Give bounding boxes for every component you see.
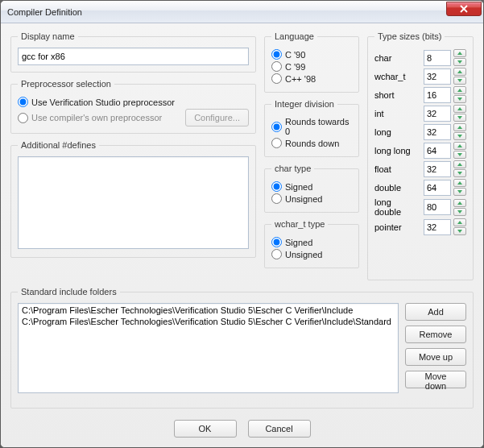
chartype-unsigned-radio[interactable] [271,193,282,204]
type-size-up-pointer[interactable] [453,218,466,226]
type-size-input-long[interactable] [424,124,451,140]
type-size-input-pointer[interactable] [424,219,451,235]
type-size-input-int[interactable] [424,106,451,122]
type-size-label-long_long: long long [374,146,419,156]
type-size-spinner-long [424,123,466,140]
type-size-label-char: char [374,53,419,63]
type-size-up-short[interactable] [453,86,466,94]
preprocessor-group: Preprocessor selection Use Verification … [10,79,256,134]
dialog-body: Display name Preprocessor selection Use … [1,23,483,447]
type-size-input-wchar_t[interactable] [424,68,451,85]
compiler-definition-dialog: Compiler Definition Display name Preproc… [0,0,484,448]
move-down-button[interactable]: Move down [405,371,466,388]
lang-c99-label: C '99 [285,62,305,72]
chartype-signed-label: Signed [285,182,312,192]
type-size-spinner-float [424,160,466,177]
type-size-up-long[interactable] [453,123,466,131]
wchartype-signed-label: Signed [285,238,312,247]
type-size-label-pointer: pointer [374,222,419,232]
type-size-up-char[interactable] [453,49,466,57]
include-folders-list[interactable]: C:\Program Files\Escher Technologies\Ver… [18,303,399,393]
type-size-spinner-int [424,105,466,122]
pp-own-label: Use compiler's own preprocessor [31,113,162,122]
ok-button[interactable]: OK [174,420,237,438]
type-size-up-wchar_t[interactable] [453,68,466,76]
type-size-down-pointer[interactable] [453,227,466,235]
close-icon [460,5,468,13]
configure-button: Configure... [185,109,249,127]
type-size-down-char[interactable] [453,58,466,66]
close-button[interactable] [446,2,482,16]
include-folders-legend: Standard include folders [18,287,120,297]
type-sizes-legend: Type sizes (bits) [374,31,445,41]
type-size-down-long_double[interactable] [453,208,466,216]
chartype-unsigned-label: Unsigned [285,194,322,204]
type-size-input-long_long[interactable] [424,143,451,159]
wchartype-unsigned-radio[interactable] [271,249,282,259]
chartype-group: char type Signed Unsigned [264,164,359,213]
wchartype-legend: wchar_t type [271,219,328,229]
intdiv-towards0-radio[interactable] [271,122,282,132]
dialog-footer: OK Cancel [10,415,474,439]
pp-own-radio[interactable] [18,113,28,123]
type-size-up-long_double[interactable] [453,199,466,207]
type-size-row-pointer: pointer [374,218,466,235]
type-size-label-wchar_t: wchar_t [374,72,419,81]
type-size-down-long_long[interactable] [453,151,466,159]
lang-c90-radio[interactable] [271,49,282,60]
type-size-down-short[interactable] [453,95,466,103]
include-folders-group: Standard include folders C:\Program File… [10,287,474,409]
type-size-row-float: float [374,160,466,177]
type-size-label-float: float [374,164,419,174]
defines-textarea[interactable] [18,156,249,249]
add-button[interactable]: Add [405,303,466,321]
move-up-button[interactable]: Move up [405,348,466,366]
type-size-row-short: short [374,86,466,103]
type-size-up-double[interactable] [453,179,466,187]
type-size-input-char[interactable] [424,50,451,66]
type-size-input-short[interactable] [424,87,451,103]
type-size-row-double: double [374,179,466,196]
type-size-down-long[interactable] [453,132,466,140]
chartype-legend: char type [271,164,314,173]
type-size-spinner-long_double [424,199,466,216]
type-size-row-char: char [374,49,466,66]
type-size-down-double[interactable] [453,188,466,196]
type-size-up-float[interactable] [453,160,466,168]
type-size-down-int[interactable] [453,114,466,122]
display-name-legend: Display name [18,31,78,41]
lang-c99-radio[interactable] [271,61,282,72]
intdiv-down-radio[interactable] [271,138,282,148]
intdiv-down-label: Rounds down [285,139,339,148]
type-size-row-wchar_t: wchar_t [374,68,466,85]
type-size-spinner-long_long [424,142,466,159]
preprocessor-legend: Preprocessor selection [18,79,114,89]
display-name-input[interactable] [18,48,249,65]
type-size-row-int: int [374,105,466,122]
type-size-label-short: short [374,90,419,100]
display-name-group: Display name [10,31,256,73]
type-size-input-float[interactable] [424,161,451,177]
chartype-signed-radio[interactable] [271,181,282,192]
remove-button[interactable]: Remove [405,326,466,343]
type-size-up-int[interactable] [453,105,466,113]
cancel-button[interactable]: Cancel [248,420,311,438]
type-size-spinner-double [424,179,466,196]
type-size-down-float[interactable] [453,169,466,177]
intdiv-towards0-label: Rounds towards 0 [285,117,352,136]
pp-studio-radio[interactable] [18,97,28,107]
type-sizes-group: Type sizes (bits) charwchar_tshortintlon… [367,31,474,280]
type-size-input-double[interactable] [424,180,451,196]
defines-group: Additional #defines [10,140,256,258]
wchartype-signed-radio[interactable] [271,237,282,247]
type-size-input-long_double[interactable] [424,199,451,215]
pp-studio-label: Use Verification Studio preprocessor [31,97,175,107]
window-title: Compiler Definition [7,7,446,17]
lang-c90-label: C '90 [285,50,305,60]
type-size-down-wchar_t[interactable] [453,77,466,85]
type-size-up-long_long[interactable] [453,142,466,150]
type-size-row-long_long: long long [374,142,466,159]
wchartype-group: wchar_t type Signed Unsigned [264,219,359,268]
language-group: Language C '90 C '99 C++ '98 [264,31,359,93]
lang-cpp98-radio[interactable] [271,73,282,84]
